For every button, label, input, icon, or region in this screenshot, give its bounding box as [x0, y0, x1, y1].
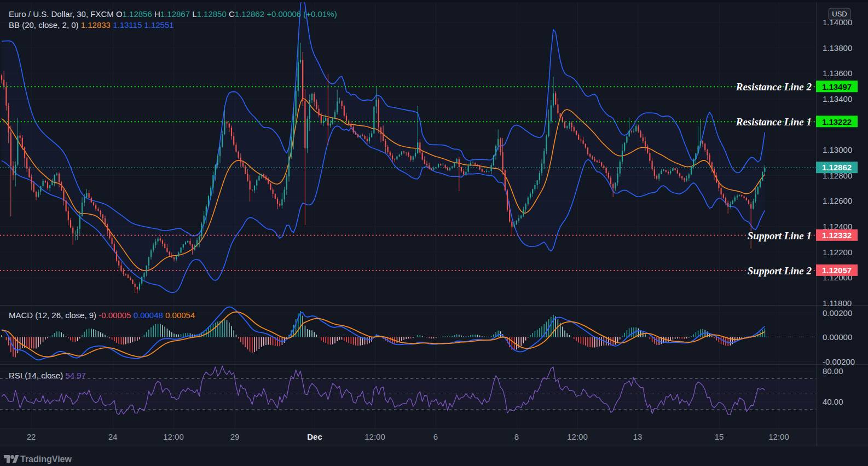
- svg-text:12:00: 12:00: [364, 432, 385, 441]
- svg-text:TradingView: TradingView: [20, 455, 72, 464]
- svg-text:1.12200: 1.12200: [823, 248, 852, 257]
- svg-text:RSI (14, close) 54.97: RSI (14, close) 54.97: [9, 371, 86, 380]
- svg-text:Euro / U.S. Dollar, 30, FXCM O: Euro / U.S. Dollar, 30, FXCM O1.12856 H1…: [9, 9, 337, 19]
- svg-text:1.13600: 1.13600: [823, 68, 852, 78]
- svg-text:15: 15: [715, 432, 724, 441]
- svg-text:MACD (12, 26, close, 9) -0.000: MACD (12, 26, close, 9) -0.00005 0.00048…: [9, 310, 195, 320]
- svg-text:13: 13: [633, 432, 643, 441]
- svg-text:Dec: Dec: [307, 432, 322, 441]
- svg-text:Support Line 1: Support Line 1: [748, 230, 812, 241]
- svg-text:Support Line 2: Support Line 2: [748, 265, 812, 277]
- svg-text:22: 22: [27, 432, 36, 441]
- svg-text:6: 6: [433, 432, 438, 441]
- svg-text:24: 24: [108, 432, 118, 441]
- svg-text:80.00: 80.00: [823, 366, 843, 376]
- svg-text:Resistance Line 1: Resistance Line 1: [736, 116, 812, 128]
- svg-text:29: 29: [230, 432, 240, 441]
- svg-text:8: 8: [514, 432, 519, 441]
- svg-text:1.13497: 1.13497: [822, 82, 852, 91]
- svg-text:1.12862: 1.12862: [822, 163, 852, 172]
- svg-text:USD: USD: [832, 10, 847, 18]
- svg-text:1.12057: 1.12057: [822, 266, 852, 275]
- svg-text:1.13000: 1.13000: [823, 145, 852, 154]
- svg-text:Resistance Line 2: Resistance Line 2: [736, 81, 812, 93]
- svg-text:1.11800: 1.11800: [823, 298, 852, 308]
- svg-text:0.00000: 0.00000: [823, 332, 852, 342]
- svg-text:40.00: 40.00: [823, 397, 843, 406]
- svg-text:0.00200: 0.00200: [823, 308, 852, 318]
- svg-text:1.12332: 1.12332: [822, 231, 852, 240]
- svg-text:-0.00200: -0.00200: [823, 357, 855, 366]
- svg-text:12:00: 12:00: [163, 432, 184, 441]
- svg-text:1.12600: 1.12600: [823, 196, 852, 205]
- svg-text:1.13222: 1.13222: [822, 117, 852, 126]
- svg-text:1.13400: 1.13400: [823, 94, 852, 103]
- svg-text:BB (20, close, 2, 0) 1.12833 1: BB (20, close, 2, 0) 1.12833 1.13115 1.1…: [9, 20, 174, 30]
- svg-text:12:00: 12:00: [567, 432, 588, 441]
- svg-text:12:00: 12:00: [768, 432, 789, 441]
- svg-text:1.13800: 1.13800: [823, 43, 852, 53]
